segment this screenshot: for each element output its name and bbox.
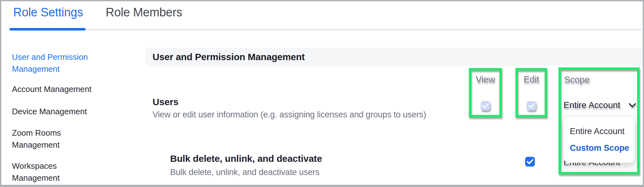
users-view-checkbox[interactable] [481, 101, 490, 110]
view-column-label: View [476, 74, 495, 85]
permission-row-users-title: Users [153, 97, 178, 107]
role-settings-page: Role Settings Role Members User and Perm… [0, 0, 644, 187]
section-title: User and Permission Management [153, 52, 305, 62]
tabbar-divider [9, 29, 642, 30]
chevron-down-icon [629, 103, 636, 108]
edit-column-label: Edit [524, 74, 539, 85]
sidebar-item-account-management[interactable]: Account Management [12, 83, 113, 95]
check-icon [527, 159, 533, 164]
permission-row-bulk-description: Bulk delete, unlink, and deactivate user… [170, 167, 319, 177]
scope-dropdown-menu: Entire Account Custom Scope [564, 117, 635, 163]
sidebar-item-user-permission-management[interactable]: User and Permission Management [12, 51, 113, 75]
check-icon [528, 103, 535, 108]
scope-option-entire-account[interactable]: Entire Account [570, 127, 635, 136]
view-column-highlight-box: View [469, 68, 502, 117]
tab-role-settings[interactable]: Role Settings [13, 6, 83, 19]
users-edit-checkbox[interactable] [527, 101, 536, 110]
users-scope-dropdown-trigger[interactable]: Entire Account [564, 100, 636, 110]
tab-role-members[interactable]: Role Members [106, 6, 182, 19]
scope-column-label: Scope [564, 75, 590, 85]
sidebar-item-zoom-rooms-management[interactable]: Zoom Rooms Management [12, 127, 113, 151]
bulk-edit-checkbox[interactable] [525, 157, 535, 167]
sidebar-item-device-management[interactable]: Device Management [12, 105, 113, 117]
sidebar-item-workspaces-management[interactable]: Workspaces Management [12, 160, 113, 184]
edit-column-highlight-box: Edit [515, 68, 547, 117]
permission-row-users-description: View or edit user information (e.g. assi… [153, 110, 426, 120]
section-header-bar: User and Permission Management [145, 48, 644, 66]
permission-row-bulk-title: Bulk delete, unlink, and deactivate [170, 153, 322, 164]
active-tab-underline [9, 28, 86, 31]
users-scope-dropdown-value: Entire Account [564, 100, 620, 110]
check-icon [482, 103, 489, 108]
scope-option-custom-scope[interactable]: Custom Scope [570, 143, 635, 153]
